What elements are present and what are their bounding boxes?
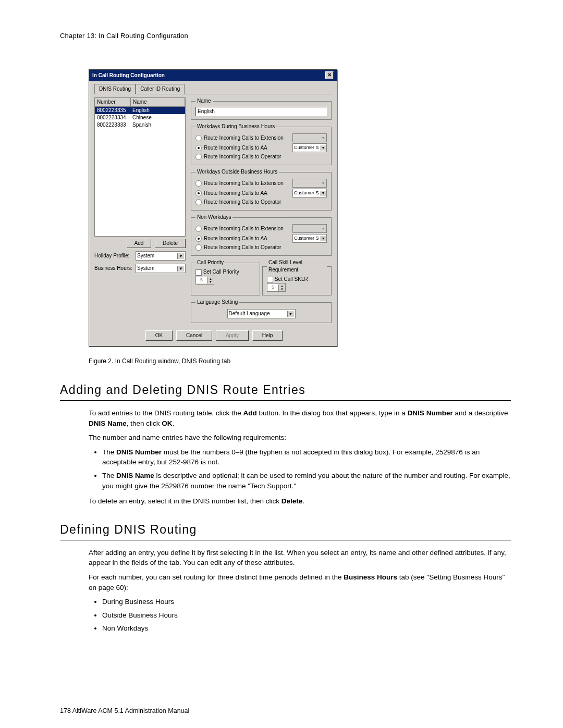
language-select[interactable]: Default Language ▼ <box>227 309 296 318</box>
sklr-fieldset: Call Skill Level Requirement Set Call SK… <box>262 259 332 295</box>
legend-sklr: Call Skill Level Requirement <box>267 259 327 274</box>
section2-body: After adding an entry, you define it by … <box>89 548 511 634</box>
radio-to-operator[interactable] <box>195 244 202 251</box>
page-footer: 178 AltiWare ACM 5.1 Administration Manu… <box>60 707 511 716</box>
radio-to-operator[interactable] <box>195 199 202 205</box>
col-header-name: Name <box>131 98 185 107</box>
chapter-header: Chapter 13: In Call Routing Configuratio… <box>60 31 511 41</box>
cancel-button[interactable]: Cancel <box>176 330 212 341</box>
workdays-during-fieldset: Workdays During Business Hours Route Inc… <box>191 123 332 165</box>
table-row[interactable]: 8002223334 Chinese <box>95 114 185 121</box>
radio-to-operator[interactable] <box>195 154 202 160</box>
section1-title: Adding and Deleting DNIS Route Entries <box>60 381 511 401</box>
radio-to-extension[interactable] <box>195 180 202 187</box>
language-fieldset: Language Setting Default Language ▼ <box>191 299 332 323</box>
add-button[interactable]: Add <box>127 239 152 248</box>
extension-select[interactable]: ▼ <box>292 224 327 233</box>
business-hours-label: Business Hours: <box>94 265 133 272</box>
legend-g2: Workdays Outside Business Hours <box>195 168 279 176</box>
extension-select[interactable]: ▼ <box>292 133 327 142</box>
figure-caption: Figure 2. In Call Routing window, DNIS R… <box>89 357 511 366</box>
holiday-profile-label: Holiday Profile: <box>94 252 133 260</box>
section2-title: Defining DNIS Routing <box>60 521 511 540</box>
table-row[interactable]: 8002223335 English <box>95 107 185 114</box>
legend-g1: Workdays During Business Hours <box>195 123 276 130</box>
ok-button[interactable]: OK <box>145 330 173 341</box>
screenshot-figure: In Call Routing Configuartion ✕ DNIS Rou… <box>89 69 511 347</box>
close-icon[interactable]: ✕ <box>325 71 334 79</box>
apply-button[interactable]: Apply <box>216 330 249 341</box>
non-workdays-fieldset: Non Workdays Route Incoming Calls to Ext… <box>191 214 332 256</box>
radio-to-aa[interactable] <box>195 190 202 196</box>
legend-lang: Language Setting <box>195 299 239 306</box>
dialog-window: In Call Routing Configuartion ✕ DNIS Rou… <box>89 69 337 347</box>
set-sklr-checkbox[interactable] <box>267 277 273 283</box>
legend-priority: Call Priority <box>195 259 225 266</box>
delete-button[interactable]: Delete <box>155 239 186 248</box>
holiday-profile-select[interactable]: System ▼ <box>136 251 186 261</box>
radio-to-extension[interactable] <box>195 135 202 141</box>
set-priority-checkbox[interactable] <box>195 269 202 276</box>
radio-to-aa[interactable] <box>195 236 202 242</box>
col-header-number: Number <box>95 98 131 107</box>
dialog-titlebar: In Call Routing Configuartion ✕ <box>89 70 337 81</box>
sklr-stepper[interactable]: 5▲▼ <box>267 283 286 292</box>
name-fieldset: Name English <box>191 97 332 120</box>
aa-select[interactable]: Customer S▼ <box>292 143 327 152</box>
name-input[interactable]: English <box>195 107 327 116</box>
aa-select[interactable]: Customer S▼ <box>292 234 327 243</box>
extension-select[interactable]: ▼ <box>292 179 327 188</box>
call-priority-fieldset: Call Priority Set Call Priority 5▲▼ <box>191 259 260 295</box>
chevron-down-icon: ▼ <box>177 253 184 259</box>
section1-body: To add entries to the DNIS routing table… <box>89 408 511 507</box>
tab-bar: DNIS Routing Caller ID Routing <box>94 84 332 94</box>
workdays-outside-fieldset: Workdays Outside Business Hours Route In… <box>191 168 332 211</box>
radio-to-aa[interactable] <box>195 145 202 151</box>
aa-select[interactable]: Customer S▼ <box>292 189 327 198</box>
tab-caller-id-routing[interactable]: Caller ID Routing <box>136 84 185 94</box>
chevron-down-icon: ▼ <box>177 266 184 272</box>
dnis-table[interactable]: Number Name 8002223335 English 800222333… <box>94 97 186 237</box>
tab-dnis-routing[interactable]: DNIS Routing <box>94 84 136 94</box>
business-hours-select[interactable]: System ▼ <box>136 264 186 273</box>
chevron-down-icon: ▼ <box>287 311 294 317</box>
table-row[interactable]: 8002223333 Spanish <box>95 121 185 129</box>
name-legend: Name <box>195 97 213 105</box>
radio-to-extension[interactable] <box>195 226 202 232</box>
help-button[interactable]: Help <box>252 330 283 341</box>
dialog-title-text: In Call Routing Configuartion <box>92 72 165 79</box>
legend-g3: Non Workdays <box>195 214 232 221</box>
priority-stepper[interactable]: 5▲▼ <box>195 276 214 285</box>
